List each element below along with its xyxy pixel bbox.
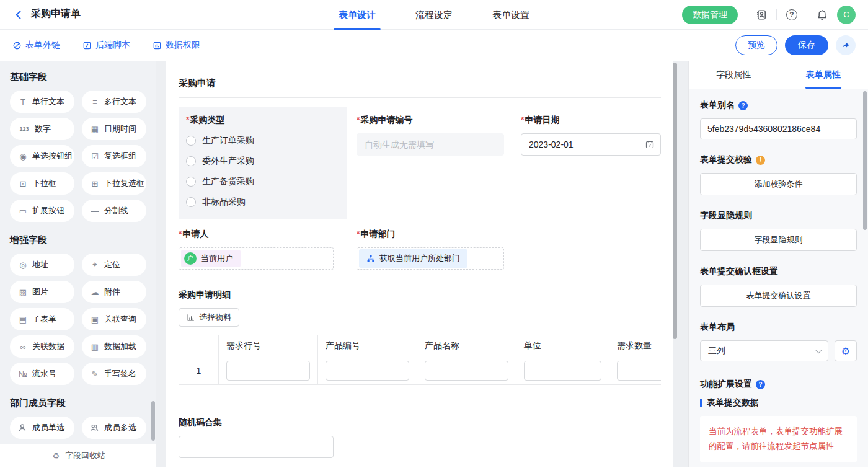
dept-value-box[interactable]: 获取当前用户所处部门 bbox=[356, 247, 504, 270]
apply-date-input[interactable] bbox=[521, 133, 661, 156]
field-apply-dept[interactable]: *申请部门 获取当前用户所处部门 bbox=[350, 229, 504, 270]
field-button-member-multi[interactable]: 成员多选 bbox=[82, 417, 146, 439]
cell-input-quantity[interactable] bbox=[617, 361, 661, 381]
add-validation-button[interactable]: 添加校验条件 bbox=[700, 173, 857, 195]
tab-form-properties[interactable]: 表单属性 bbox=[779, 61, 868, 89]
external-link-icon bbox=[12, 41, 22, 50]
share-button[interactable] bbox=[836, 35, 856, 55]
submit-confirm-label: 表单提交确认框设置 bbox=[700, 266, 857, 277]
column-header[interactable]: 单位 bbox=[516, 335, 609, 356]
layout-settings-button[interactable]: ⚙ bbox=[835, 340, 857, 361]
radio-option[interactable]: 生产订单采购 bbox=[186, 135, 340, 146]
field-button-linked-data[interactable]: ∞关联数据 bbox=[10, 335, 74, 358]
display-rules-button[interactable]: 字段显隐规则 bbox=[700, 229, 857, 251]
radio-option[interactable]: 生产备货采购 bbox=[186, 176, 340, 187]
column-header[interactable]: 需求数量 bbox=[609, 335, 662, 356]
field-purchase-type[interactable]: *采购类型 生产订单采购 委外生产采购 生产备货采购 非标品采购 bbox=[179, 107, 347, 219]
field-button-radio-group[interactable]: ◉单选按钮组 bbox=[10, 145, 74, 167]
tab-form-setting[interactable]: 表单设置 bbox=[491, 0, 531, 30]
tab-flow-setting[interactable]: 流程设定 bbox=[414, 0, 454, 30]
bar-chart-icon: ▥ bbox=[90, 342, 100, 351]
cell-input-line-no[interactable] bbox=[226, 361, 310, 381]
field-button-signature[interactable]: ✎手写签名 bbox=[82, 363, 146, 385]
help-icon[interactable]: ? bbox=[785, 8, 799, 22]
random-code-input[interactable] bbox=[179, 436, 334, 458]
purchase-no-input[interactable] bbox=[356, 133, 504, 156]
form-canvas: 采购申请 *采购类型 生产订单采购 委外生产采购 生产备货采购 非标品采购 *采… bbox=[156, 61, 688, 467]
display-rules-label: 字段显隐规则 bbox=[700, 210, 857, 221]
field-random-code[interactable]: 随机码合集 bbox=[179, 417, 661, 458]
submit-data-section-title: 表单提交数据 bbox=[700, 397, 857, 408]
field-applicant[interactable]: *申请人 户 当前用户 bbox=[179, 229, 347, 270]
help-circle-icon[interactable]: ? bbox=[756, 380, 765, 389]
radio-option[interactable]: 委外生产采购 bbox=[186, 156, 340, 167]
share-arrow-icon bbox=[841, 40, 851, 50]
field-purchase-detail[interactable]: 采购申请明细 选择物料 需求行号 产品编号 产品名称 单位 bbox=[179, 289, 661, 385]
data-manage-button[interactable]: 数据管理 bbox=[682, 6, 738, 24]
field-purchase-no[interactable]: *采购申请编号 bbox=[350, 98, 504, 219]
contacts-book-icon[interactable] bbox=[755, 8, 768, 22]
cell-input-unit[interactable] bbox=[524, 361, 601, 381]
field-button-single-line-text[interactable]: T单行文本 bbox=[10, 91, 74, 113]
backend-script-button[interactable]: 后端脚本 bbox=[82, 40, 130, 51]
field-button-datetime[interactable]: ▦日期时间 bbox=[82, 118, 146, 140]
divider-icon: — bbox=[90, 206, 100, 216]
column-header[interactable]: 产品编号 bbox=[318, 335, 417, 356]
field-button-multi-dropdown[interactable]: ⊞下拉复选框 bbox=[82, 172, 146, 195]
number-icon: 123 bbox=[18, 126, 30, 132]
field-button-linked-query[interactable]: ▣关联查询 bbox=[82, 308, 146, 330]
radio-circle-icon bbox=[186, 136, 196, 146]
form-alias-input[interactable] bbox=[700, 118, 857, 139]
chevron-down-icon bbox=[815, 347, 822, 353]
org-tree-icon bbox=[366, 254, 375, 263]
form-title-editable[interactable]: 采购申请单 bbox=[31, 7, 81, 24]
cell-input-product-name[interactable] bbox=[425, 361, 508, 381]
bell-icon[interactable] bbox=[815, 8, 829, 22]
tab-form-design[interactable]: 表单设计 bbox=[337, 0, 377, 30]
applicant-value-box[interactable]: 户 当前用户 bbox=[179, 247, 334, 270]
pen-icon: ✎ bbox=[90, 369, 100, 379]
canvas-scrollbar[interactable] bbox=[673, 63, 677, 339]
radio-option[interactable]: 非标品采购 bbox=[186, 196, 340, 208]
sidebar-scrollbar[interactable] bbox=[151, 401, 155, 441]
avatar[interactable]: C bbox=[837, 6, 856, 24]
section-title-basic-fields: 基础字段 bbox=[10, 71, 146, 83]
divider bbox=[776, 9, 777, 20]
form-alias-label: 表单别名 ? bbox=[700, 100, 857, 111]
field-button-multi-line-text[interactable]: ≡多行文本 bbox=[82, 91, 146, 113]
field-button-attachment[interactable]: ☁附件 bbox=[82, 281, 146, 303]
field-button-number[interactable]: 123数字 bbox=[10, 118, 74, 140]
panel-scrollbar[interactable] bbox=[863, 91, 867, 230]
data-permission-button[interactable]: 数据权限 bbox=[153, 40, 200, 51]
submit-confirm-button[interactable]: 表单提交确认设置 bbox=[700, 285, 857, 307]
external-link-button[interactable]: 表单外链 bbox=[12, 40, 60, 51]
select-material-button[interactable]: 选择物料 bbox=[179, 308, 239, 327]
backend-script-icon bbox=[82, 41, 92, 50]
field-button-image[interactable]: ▨图片 bbox=[10, 281, 74, 303]
preview-button[interactable]: 预览 bbox=[735, 35, 777, 55]
help-circle-icon[interactable]: ? bbox=[738, 101, 748, 110]
save-button[interactable]: 保存 bbox=[785, 35, 828, 55]
layout-select[interactable]: 三列 bbox=[700, 340, 828, 361]
tab-field-properties[interactable]: 字段属性 bbox=[689, 61, 779, 89]
back-icon[interactable] bbox=[12, 9, 25, 21]
extension-settings-label: 功能扩展设置 ? bbox=[700, 379, 857, 390]
field-button-member-single[interactable]: 成员单选 bbox=[10, 417, 74, 439]
radio-circle-icon bbox=[186, 197, 196, 207]
cell-input-product-no[interactable] bbox=[326, 361, 409, 381]
field-button-geolocation[interactable]: ⌖定位 bbox=[82, 254, 146, 276]
field-button-checkbox-group[interactable]: ☑复选框组 bbox=[82, 145, 146, 167]
field-button-divider[interactable]: —分割线 bbox=[82, 200, 146, 222]
warning-circle-icon[interactable]: ! bbox=[756, 156, 765, 165]
field-button-address[interactable]: ◎地址 bbox=[10, 254, 74, 276]
flow-form-warning: 当前为流程表单，表单提交功能扩展的配置，请前往流程发起节点属性 bbox=[700, 416, 857, 462]
field-button-data-load[interactable]: ▥数据加载 bbox=[82, 335, 146, 358]
field-button-serial-number[interactable]: №流水号 bbox=[10, 363, 74, 385]
field-button-dropdown[interactable]: ⊡下拉框 bbox=[10, 172, 74, 195]
field-button-extend-button[interactable]: ▭扩展按钮 bbox=[10, 200, 74, 222]
column-header[interactable]: 产品名称 bbox=[417, 335, 516, 356]
field-apply-date[interactable]: *申请日期 bbox=[507, 98, 661, 219]
field-button-subform[interactable]: ▤子表单 bbox=[10, 308, 74, 330]
column-header[interactable]: 需求行号 bbox=[219, 335, 318, 356]
field-recycle-bin[interactable]: ♻ 字段回收站 bbox=[0, 444, 156, 467]
